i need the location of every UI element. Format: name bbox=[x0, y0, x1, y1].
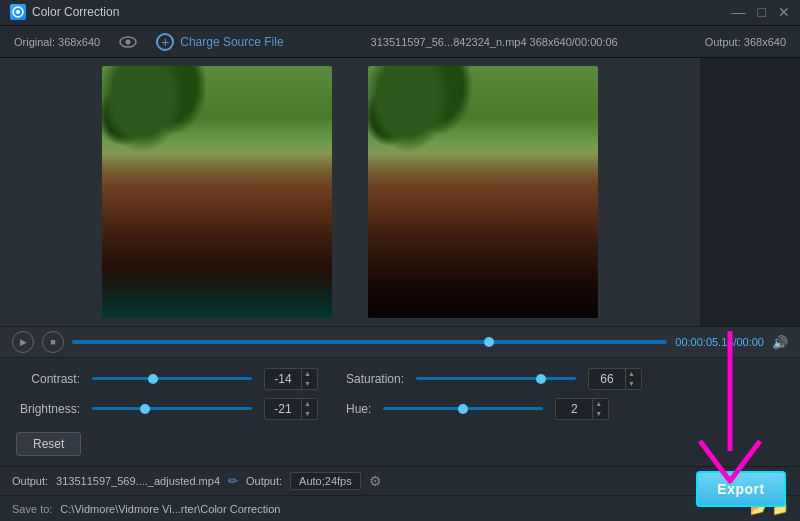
contrast-value-box[interactable]: ▲ ▼ bbox=[264, 368, 318, 390]
saturation-up-arrow[interactable]: ▲ bbox=[626, 369, 637, 379]
change-source-label: Charge Source File bbox=[180, 35, 283, 49]
video-area bbox=[0, 58, 800, 326]
saturation-thumb bbox=[536, 374, 546, 384]
brightness-value-box[interactable]: ▲ ▼ bbox=[264, 398, 318, 420]
cyan-overlay bbox=[102, 268, 332, 318]
time-display: 00:00:05.15/00:00 bbox=[675, 336, 764, 348]
brightness-slider[interactable] bbox=[92, 407, 252, 410]
window-title: Color Correction bbox=[32, 5, 119, 19]
hue-value-box[interactable]: ▲ ▼ bbox=[555, 398, 609, 420]
hue-thumb bbox=[458, 404, 468, 414]
file-info: 313511597_56...842324_n.mp4 368x640/00:0… bbox=[300, 36, 689, 48]
original-resolution-label: Original: 368x640 bbox=[14, 36, 100, 48]
right-dark-area bbox=[700, 58, 800, 326]
output-format-value: Auto;24fps bbox=[299, 475, 352, 487]
close-btn[interactable]: ✕ bbox=[778, 4, 790, 20]
contrast-label: Contrast: bbox=[16, 372, 80, 386]
app-wrapper: Color Correction — □ ✕ Original: 368x640… bbox=[0, 0, 800, 521]
title-bar: Color Correction — □ ✕ bbox=[0, 0, 800, 26]
stop-button[interactable]: ■ bbox=[42, 331, 64, 353]
output-format-selector[interactable]: Auto;24fps bbox=[290, 472, 361, 490]
hue-arrows: ▲ ▼ bbox=[592, 399, 604, 419]
app-icon bbox=[10, 4, 26, 20]
brightness-thumb bbox=[140, 404, 150, 414]
hue-up-arrow[interactable]: ▲ bbox=[593, 399, 604, 409]
save-path: C:\Vidmore\Vidmore Vi...rter\Color Corre… bbox=[60, 503, 742, 515]
brightness-label: Brightness: bbox=[16, 402, 80, 416]
saturation-arrows: ▲ ▼ bbox=[625, 369, 637, 389]
output-bar-label: Output: bbox=[12, 475, 48, 487]
saturation-label: Saturation: bbox=[346, 372, 404, 386]
progress-thumb bbox=[484, 337, 494, 347]
save-to-label: Save to: bbox=[12, 503, 52, 515]
volume-button[interactable]: 🔊 bbox=[772, 335, 788, 350]
window-controls: — □ ✕ bbox=[732, 4, 790, 20]
saturation-slider[interactable] bbox=[416, 377, 576, 380]
play-button[interactable]: ▶ bbox=[12, 331, 34, 353]
brightness-arrows: ▲ ▼ bbox=[301, 399, 313, 419]
contrast-saturation-row: Contrast: ▲ ▼ Saturation: ▲ ▼ bbox=[16, 368, 784, 390]
video-panels bbox=[0, 58, 700, 326]
brightness-up-arrow[interactable]: ▲ bbox=[302, 399, 313, 409]
contrast-slider[interactable] bbox=[92, 377, 252, 380]
brightness-input[interactable] bbox=[265, 402, 301, 416]
svg-point-1 bbox=[16, 10, 20, 14]
gear-icon[interactable]: ⚙ bbox=[369, 473, 382, 489]
saturation-input[interactable] bbox=[589, 372, 625, 386]
play-icon: ▶ bbox=[20, 337, 27, 347]
eye-button[interactable] bbox=[116, 30, 140, 54]
saturation-down-arrow[interactable]: ▼ bbox=[626, 379, 637, 389]
hue-input[interactable] bbox=[556, 402, 592, 416]
svg-point-3 bbox=[126, 39, 131, 44]
output-bar: Output: 313511597_569...._adjusted.mp4 ✏… bbox=[0, 466, 800, 495]
contrast-input[interactable] bbox=[265, 372, 301, 386]
maximize-btn[interactable]: □ bbox=[758, 4, 766, 20]
change-source-button[interactable]: + Charge Source File bbox=[156, 33, 283, 51]
top-bar: Original: 368x640 + Charge Source File 3… bbox=[0, 26, 800, 58]
contrast-thumb bbox=[148, 374, 158, 384]
plus-circle-icon: + bbox=[156, 33, 174, 51]
output-video-overlay bbox=[368, 66, 598, 318]
hue-down-arrow[interactable]: ▼ bbox=[593, 409, 604, 419]
progress-bar[interactable] bbox=[72, 340, 667, 344]
contrast-arrows: ▲ ▼ bbox=[301, 369, 313, 389]
original-video-panel bbox=[102, 66, 332, 318]
output-filename: 313511597_569...._adjusted.mp4 bbox=[56, 475, 220, 487]
contrast-down-arrow[interactable]: ▼ bbox=[302, 379, 313, 389]
export-button[interactable]: Export bbox=[696, 471, 786, 507]
saturation-value-box[interactable]: ▲ ▼ bbox=[588, 368, 642, 390]
contrast-up-arrow[interactable]: ▲ bbox=[302, 369, 313, 379]
output-resolution-label: Output: 368x640 bbox=[705, 36, 786, 48]
output-format-label: Output: bbox=[246, 475, 282, 487]
minimize-btn[interactable]: — bbox=[732, 4, 746, 20]
hue-label: Hue: bbox=[346, 402, 371, 416]
brightness-hue-row: Brightness: ▲ ▼ Hue: ▲ ▼ bbox=[16, 398, 784, 420]
progress-area: ▶ ■ 00:00:05.15/00:00 🔊 bbox=[0, 326, 800, 357]
brightness-down-arrow[interactable]: ▼ bbox=[302, 409, 313, 419]
reset-button[interactable]: Reset bbox=[16, 432, 81, 456]
edit-icon[interactable]: ✏ bbox=[228, 474, 238, 488]
hue-slider[interactable] bbox=[383, 407, 543, 410]
save-bar: Save to: C:\Vidmore\Vidmore Vi...rter\Co… bbox=[0, 495, 800, 521]
stop-icon: ■ bbox=[50, 337, 55, 347]
controls-area: Contrast: ▲ ▼ Saturation: ▲ ▼ bbox=[0, 357, 800, 466]
output-video-panel bbox=[368, 66, 598, 318]
